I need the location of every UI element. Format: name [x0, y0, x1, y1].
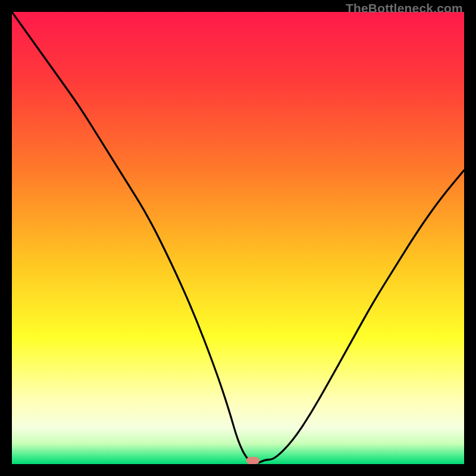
plot-area [12, 12, 464, 464]
chart-frame: TheBottleneck.com [0, 0, 476, 476]
bottleneck-curve [12, 12, 464, 464]
optimum-marker [246, 457, 259, 464]
watermark-text: TheBottleneck.com [346, 1, 463, 15]
